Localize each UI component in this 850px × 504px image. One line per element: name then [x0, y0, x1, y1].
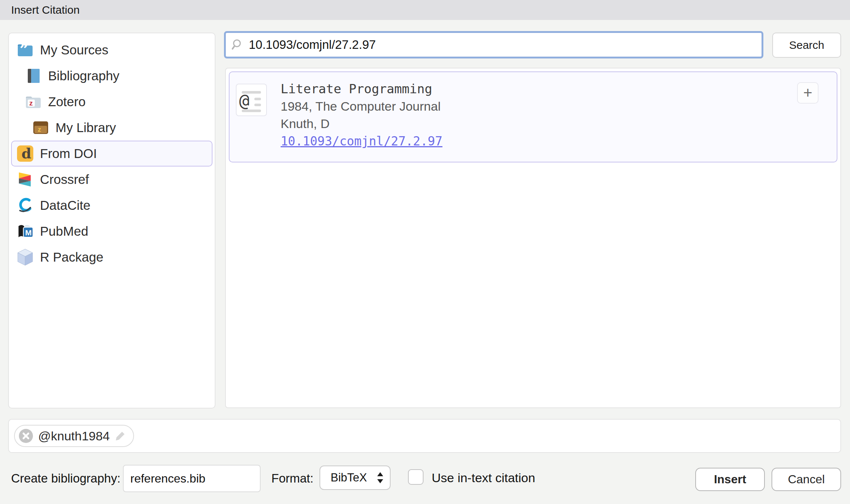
sidebar-item-zotero[interactable]: z Zotero — [11, 89, 212, 115]
svg-text:”: ” — [20, 43, 29, 57]
result-title: Literate Programming — [281, 80, 442, 98]
sidebar-item-pubmed[interactable]: M PubMed — [11, 218, 212, 244]
sidebar-item-label: Zotero — [48, 94, 86, 109]
my-library-icon: z — [32, 119, 50, 137]
sidebar-item-label: DataCite — [40, 198, 90, 213]
edit-citation-icon[interactable] — [115, 430, 126, 441]
sidebar-item-crossref[interactable]: Crossref — [11, 167, 212, 192]
sidebar-item-label: R Package — [40, 250, 103, 265]
result-meta: 1984, The Computer Journal — [281, 98, 442, 115]
sidebar-item-bibliography[interactable]: Bibliography — [11, 63, 212, 89]
sidebar-item-r-package[interactable]: R Package — [11, 244, 212, 270]
format-select-value: BibTeX — [331, 471, 367, 484]
r-package-icon — [16, 248, 34, 266]
sources-sidebar: ” My Sources Bibliography z — [8, 33, 215, 409]
search-results-panel: @ Literate Programming 1984, The Compute… — [225, 68, 841, 408]
result-details: Literate Programming 1984, The Computer … — [281, 80, 442, 150]
sidebar-item-my-sources[interactable]: ” My Sources — [11, 37, 212, 63]
sidebar-item-label: Crossref — [40, 172, 89, 187]
result-authors: Knuth, D — [281, 115, 442, 132]
select-arrows-icon — [377, 471, 384, 484]
remove-citation-button[interactable] — [19, 429, 33, 443]
citation-entry-icon: @ — [236, 84, 267, 116]
sidebar-item-datacite[interactable]: DataCite — [11, 192, 212, 218]
use-intext-label: Use in-text citation — [432, 471, 535, 485]
sidebar-item-label: My Library — [56, 120, 116, 135]
insert-citation-dialog: Insert Citation ” My Sources Bibliograph… — [0, 0, 850, 504]
search-icon — [231, 38, 244, 51]
sidebar-item-label: From DOI — [40, 146, 97, 161]
search-input[interactable] — [248, 34, 762, 56]
my-sources-icon: ” — [16, 41, 34, 59]
datacite-icon — [16, 196, 34, 214]
dialog-title: Insert Citation — [11, 4, 80, 16]
doi-link[interactable]: 10.1093/comjnl/27.2.97 — [281, 132, 442, 150]
bibliography-file-input[interactable] — [123, 465, 261, 492]
sidebar-item-my-library[interactable]: z My Library — [11, 115, 212, 141]
from-doi-icon: d — [16, 145, 34, 162]
format-label: Format: — [271, 471, 314, 485]
citation-id: @knuth1984 — [38, 429, 110, 443]
insert-button[interactable]: Insert — [695, 468, 765, 491]
citation-chip[interactable]: @knuth1984 — [14, 425, 134, 447]
dialog-titlebar: Insert Citation — [0, 0, 850, 20]
svg-text:d: d — [21, 145, 31, 162]
doi-search-box — [224, 31, 763, 58]
use-intext-checkbox[interactable] — [408, 469, 424, 485]
create-bibliography-label: Create bibliography: — [11, 471, 120, 485]
pubmed-icon: M — [16, 222, 34, 240]
bibliography-icon — [24, 67, 42, 85]
svg-text:M: M — [25, 228, 32, 237]
crossref-icon — [16, 171, 34, 188]
search-button[interactable]: Search — [772, 33, 841, 58]
svg-text:z: z — [38, 126, 41, 133]
sidebar-item-label: My Sources — [40, 43, 108, 57]
search-result-item[interactable]: @ Literate Programming 1984, The Compute… — [229, 71, 837, 162]
sidebar-item-from-doi[interactable]: d From DOI — [11, 141, 212, 167]
zotero-icon: z — [24, 93, 42, 111]
selected-citations-bar: @knuth1984 — [8, 419, 841, 453]
sidebar-item-label: Bibliography — [48, 68, 120, 83]
cancel-button[interactable]: Cancel — [772, 468, 841, 491]
add-citation-button[interactable]: + — [797, 82, 819, 104]
sidebar-item-label: PubMed — [40, 224, 88, 239]
format-select[interactable]: BibTeX — [319, 466, 391, 490]
svg-text:z: z — [29, 99, 33, 107]
